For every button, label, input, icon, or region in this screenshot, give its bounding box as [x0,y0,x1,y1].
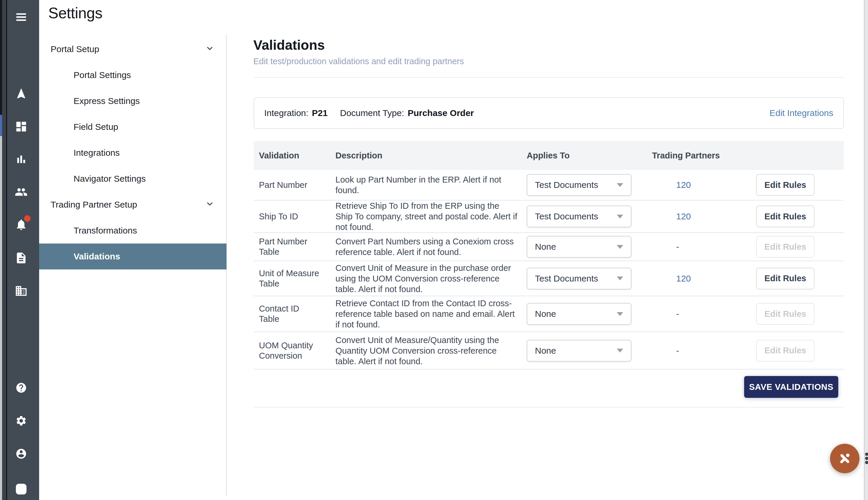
validation-name: Part Number Table [254,237,336,257]
settings-gear-icon[interactable] [7,414,35,428]
column-header-applies-to: Applies To [527,151,647,160]
validations-table: Validation Description Applies To Tradin… [254,141,844,370]
desktop-edge-strip [0,0,2,500]
notifications-bell-icon[interactable] [7,218,35,231]
applies-to-dropdown[interactable]: Test Documents [527,268,631,289]
validation-description: Retrieve Ship To ID from the ERP using t… [336,201,527,232]
edit-rules-button[interactable]: Edit Rules [756,340,814,362]
page-title: Validations [253,37,325,53]
edit-rules-button[interactable]: Edit Rules [756,303,814,325]
document-icon[interactable] [7,251,35,265]
help-icon[interactable] [7,381,35,395]
validation-name: Unit of Measure Table [254,268,336,289]
nav-section-trading-partner-setup[interactable]: Trading Partner Setup [39,192,226,218]
edge-dot [865,457,868,460]
applies-to-dropdown[interactable]: None [527,303,631,325]
notification-dot [24,215,31,222]
conexiom-logo-icon [836,450,853,467]
applies-to-dropdown[interactable]: Test Documents [527,206,631,227]
edit-rules-button[interactable]: Edit Rules [756,236,814,258]
nav-section-portal-setup[interactable]: Portal Setup [39,36,226,62]
chevron-down-icon [206,44,214,54]
conexiom-fab-button[interactable] [830,444,859,473]
trading-partners-count: 120 [647,274,747,284]
validation-description: Look up Part Number in the ERP. Alert if… [336,174,527,195]
applies-to-value: Test Documents [535,212,598,221]
validation-description: Convert Part Numbers using a Conexiom cr… [336,236,527,257]
trading-partners-count: 120 [647,180,747,190]
edit-rules-button[interactable]: Edit Rules [756,174,814,196]
validation-description: Convert Unit of Measure/Quantity using t… [336,335,527,367]
column-header-validation: Validation [254,151,336,160]
document-type-value: Purchase Order [408,108,474,118]
divider-top [254,77,844,78]
applies-to-dropdown[interactable]: None [527,340,631,362]
validation-name: UOM Quantity Conversion [254,340,336,361]
table-row: UOM Quantity Conversion Convert Unit of … [254,332,844,370]
nav-item-transformations[interactable]: Transformations [39,218,226,243]
divider-bottom [254,407,844,408]
integration-value: P21 [312,108,328,118]
dropdown-caret-icon [617,215,623,218]
trading-partners-count: - [647,242,747,252]
validation-name: Part Number [254,180,336,190]
validation-name: Contact ID Table [254,304,336,324]
settings-nav-list: Portal Setup Portal Settings Express Set… [39,36,226,270]
nav-item-express-settings[interactable]: Express Settings [39,88,226,114]
applies-to-value: None [535,346,556,356]
column-header-description: Description [336,151,527,160]
nav-item-navigator-settings[interactable]: Navigator Settings [39,166,226,192]
nav-item-validations-selected[interactable]: Validations [39,243,226,270]
desktop-edge-blue [0,115,2,136]
table-row: Part Number Table Convert Part Numbers u… [254,233,844,261]
conexiom-exit-icon[interactable] [7,482,35,496]
nav-item-field-setup[interactable]: Field Setup [39,114,226,140]
validation-description: Convert Unit of Measure in the purchase … [336,263,527,294]
dropdown-caret-icon [617,245,623,249]
edit-integrations-link[interactable]: Edit Integrations [770,108,833,118]
edit-rules-button[interactable]: Edit Rules [756,268,814,289]
trading-partners-count: - [647,346,747,356]
applies-to-value: Test Documents [535,274,598,284]
applies-to-dropdown[interactable]: None [527,236,631,258]
dropdown-caret-icon [617,312,623,316]
chevron-down-icon [206,200,214,210]
page-subtitle: Edit test/production validations and edi… [253,57,464,66]
applies-to-value: None [535,242,556,252]
validation-rows: Part Number Look up Part Number in the E… [254,170,844,370]
company-building-icon[interactable] [7,284,35,298]
validation-name: Ship To ID [254,212,336,222]
document-type-label: Document Type: [340,108,404,118]
nav-item-integrations[interactable]: Integrations [39,140,226,166]
nav-item-portal-settings[interactable]: Portal Settings [39,62,226,88]
bar-chart-icon[interactable] [7,152,35,166]
account-icon[interactable] [7,447,35,461]
table-header-row: Validation Description Applies To Tradin… [254,141,844,170]
edge-dot [865,461,868,464]
edge-dot [865,453,868,456]
save-validations-button[interactable]: SAVE VALIDATIONS [744,376,838,398]
trading-partners-count: - [647,309,747,319]
desktop-edge-dark [0,0,2,115]
integration-summary-bar: Integration: P21 Document Type: Purchase… [254,97,844,129]
edit-rules-button[interactable]: Edit Rules [756,206,814,227]
integration-label: Integration: [264,108,308,118]
table-row: Unit of Measure Table Convert Unit of Me… [254,261,844,296]
dashboard-icon[interactable] [7,120,35,133]
dropdown-caret-icon [617,276,623,280]
menu-icon[interactable] [7,10,35,24]
page-header-title: Settings [48,4,102,22]
applies-to-value: None [535,309,556,319]
navigation-arrow-icon[interactable] [7,87,35,100]
nav-section-label: Trading Partner Setup [51,200,137,210]
validation-description: Retrieve Contact ID from the Contact ID … [336,298,527,330]
table-row: Part Number Look up Part Number in the E… [254,170,844,201]
desktop-right-strip [865,0,868,500]
applies-to-value: Test Documents [535,180,598,190]
trading-partners-count: 120 [647,212,747,221]
sidebar-outer-band [2,0,6,500]
dropdown-caret-icon [617,349,623,352]
nav-section-label: Portal Setup [51,44,99,54]
applies-to-dropdown[interactable]: Test Documents [527,174,631,196]
people-icon[interactable] [7,185,35,199]
